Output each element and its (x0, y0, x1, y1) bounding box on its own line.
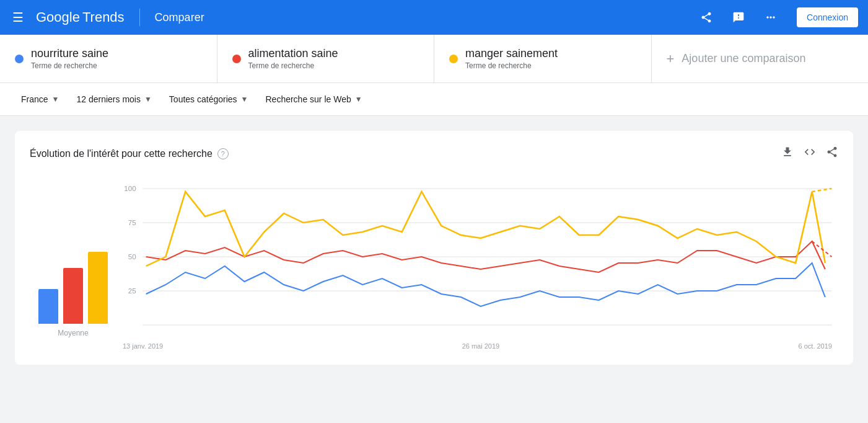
page-title: Comparer (155, 11, 204, 24)
add-comparison-label: Ajouter une comparaison (682, 52, 805, 65)
filter-category[interactable]: Toutes catégories ▼ (163, 91, 255, 108)
avg-label: Moyenne (58, 329, 88, 337)
term-name-1: nourriture saine (31, 47, 108, 60)
term-dot-1 (15, 55, 24, 63)
svg-line-9 (812, 189, 832, 192)
term-name-3: manger sainement (465, 47, 558, 60)
header: ☰ Google Trends Comparer Connexion (0, 0, 868, 35)
x-label-3: 6 oct. 2019 (799, 342, 832, 350)
header-divider (139, 9, 140, 26)
search-terms-bar: nourriture saine Terme de recherche alim… (0, 35, 868, 83)
menu-icon[interactable]: ☰ (10, 7, 26, 27)
chart-header: Évolution de l'intérêt pour cette recher… (30, 146, 838, 161)
main-content: Évolution de l'intérêt pour cette recher… (0, 116, 868, 380)
logo: Google Trends (36, 9, 125, 25)
avg-bar-yellow (88, 252, 108, 324)
line-chart-section: 100 75 50 25 13 janv. 2019 (116, 176, 838, 350)
term-info-3: manger sainement Terme de recherche (465, 47, 558, 70)
apps-icon[interactable] (760, 6, 782, 29)
svg-text:75: 75 (128, 219, 136, 226)
x-label-2: 26 mai 2019 (462, 342, 500, 350)
embed-icon[interactable] (804, 146, 816, 161)
filter-search-type-arrow: ▼ (355, 95, 362, 104)
filter-search-type[interactable]: Recherche sur le Web ▼ (259, 91, 368, 108)
svg-text:100: 100 (124, 185, 136, 192)
filter-period-label: 12 derniers mois (76, 94, 141, 104)
chart-actions (781, 146, 838, 161)
filter-search-type-label: Recherche sur le Web (265, 94, 351, 104)
add-comparison[interactable]: + Ajouter une comparaison (652, 35, 869, 82)
search-term-1[interactable]: nourriture saine Terme de recherche (0, 35, 217, 82)
share-icon[interactable] (695, 6, 717, 29)
add-comparison-plus-icon: + (667, 51, 675, 67)
filter-country-arrow: ▼ (52, 95, 59, 104)
filter-category-arrow: ▼ (241, 95, 248, 104)
search-term-3[interactable]: manger sainement Terme de recherche (434, 35, 652, 82)
x-label-1: 13 janv. 2019 (123, 342, 163, 350)
svg-text:25: 25 (128, 287, 136, 295)
avg-bars (38, 200, 108, 324)
avg-bar-section: Moyenne (30, 176, 116, 350)
filter-period[interactable]: 12 derniers mois ▼ (70, 91, 157, 108)
chart-area: Moyenne 100 75 50 25 (30, 176, 838, 350)
filter-period-arrow: ▼ (144, 95, 152, 104)
filters-bar: France ▼ 12 derniers mois ▼ Toutes catég… (0, 83, 868, 116)
chart-title-row: Évolution de l'intérêt pour cette recher… (30, 148, 229, 159)
logo-google: Google (36, 9, 80, 25)
x-axis-labels: 13 janv. 2019 26 mai 2019 6 oct. 2019 (116, 342, 838, 350)
help-icon[interactable]: ? (217, 148, 229, 159)
search-term-2[interactable]: alimentation saine Terme de recherche (217, 35, 435, 82)
filter-country[interactable]: France ▼ (15, 91, 65, 108)
avg-bar-blue (38, 289, 58, 324)
filter-country-label: France (21, 94, 48, 104)
avg-bar-red (63, 268, 83, 324)
svg-text:50: 50 (128, 253, 136, 260)
term-info-2: alimentation saine Terme de recherche (248, 47, 338, 70)
term-dot-2 (232, 55, 241, 63)
term-type-3: Terme de recherche (465, 61, 558, 70)
term-name-2: alimentation saine (248, 47, 338, 60)
chart-section: Évolution de l'intérêt pour cette recher… (15, 131, 853, 365)
line-chart-svg: 100 75 50 25 (116, 176, 838, 337)
filter-category-label: Toutes catégories (169, 94, 237, 104)
feedback-icon[interactable] (727, 6, 750, 29)
term-type-2: Terme de recherche (248, 61, 338, 70)
chart-title: Évolution de l'intérêt pour cette recher… (30, 148, 213, 159)
share-chart-icon[interactable] (826, 146, 838, 161)
term-type-1: Terme de recherche (31, 61, 108, 70)
term-dot-3 (449, 55, 458, 63)
term-info-1: nourriture saine Terme de recherche (31, 47, 108, 70)
logo-trends: Trends (82, 9, 125, 25)
connexion-button[interactable]: Connexion (797, 7, 858, 27)
download-icon[interactable] (781, 146, 794, 161)
